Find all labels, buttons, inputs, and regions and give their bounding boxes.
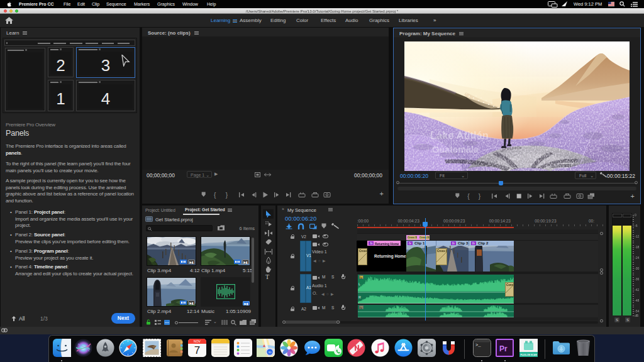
svg-text:Guatemala: Guatemala: [432, 145, 479, 155]
svg-text:}: }: [479, 193, 481, 200]
svg-text:NOV: NOV: [194, 339, 201, 343]
svg-text:>_: >_: [475, 343, 481, 348]
svg-text:3D: 3D: [268, 351, 271, 354]
svg-text:PLUG-ON SCAN: PLUG-ON SCAN: [520, 354, 537, 356]
svg-text:Pr: Pr: [499, 344, 508, 353]
svg-text:{: {: [214, 192, 216, 199]
svg-text:7: 7: [194, 344, 200, 356]
svg-text:}: }: [226, 192, 228, 199]
svg-text:Lake Atitlán: Lake Atitlán: [430, 129, 489, 141]
svg-text:{: {: [467, 193, 470, 200]
